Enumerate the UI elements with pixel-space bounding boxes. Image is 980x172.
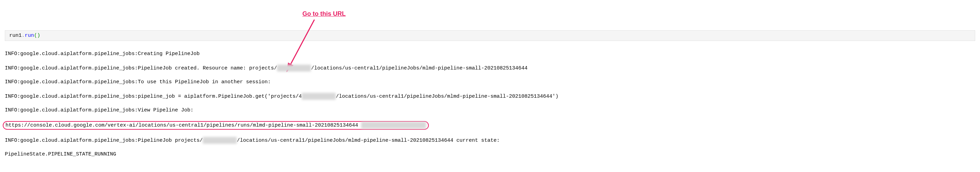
redacted-project-id: XXXXXXXXXXX [302,93,336,100]
log-line: INFO:google.cloud.aiplatform.pipeline_jo… [5,51,975,57]
log-text: INFO:google.cloud.aiplatform.pipeline_jo… [5,65,277,71]
log-text: /locations/us-central1/pipelineJobs/mlmd… [311,65,527,71]
code-input-cell[interactable]: run1.run() [5,30,975,41]
pipeline-url: https://console.cloud.google.com/vertex-… [5,123,358,128]
log-line: INFO:google.cloud.aiplatform.pipeline_jo… [5,93,975,100]
log-line: INFO:google.cloud.aiplatform.pipeline_jo… [5,79,975,86]
annotation-label: Go to this URL [302,10,346,18]
redacted-url-tail: XXXXXXXXXXXXXXXXXXXXX [361,122,426,129]
log-text: INFO:google.cloud.aiplatform.pipeline_jo… [5,94,302,99]
log-line-url: https://console.cloud.google.com/vertex-… [5,121,975,130]
redacted-project-id: XXXXXXXXXXX [277,65,311,72]
log-text: /locations/us-central1/pipelineJobs/mlmd… [336,94,558,99]
log-line: INFO:google.cloud.aiplatform.pipeline_jo… [5,107,975,114]
code-object: run1 [9,33,22,38]
log-line: INFO:google.cloud.aiplatform.pipeline_jo… [5,137,975,144]
log-line: PipelineState.PIPELINE_STATE_RUNNING [5,151,975,158]
log-text: INFO:google.cloud.aiplatform.pipeline_jo… [5,138,203,143]
output-area: INFO:google.cloud.aiplatform.pipeline_jo… [0,42,980,167]
code-dot: . [22,33,25,38]
pipeline-url-highlight[interactable]: https://console.cloud.google.com/vertex-… [3,121,429,130]
log-line: INFO:google.cloud.aiplatform.pipeline_jo… [5,65,975,72]
code-parens: () [34,33,40,38]
code-method: run [25,33,34,38]
log-text: /locations/us-central1/pipelineJobs/mlmd… [237,138,500,143]
redacted-project-id: XXXXXXXXXXX [203,137,237,144]
